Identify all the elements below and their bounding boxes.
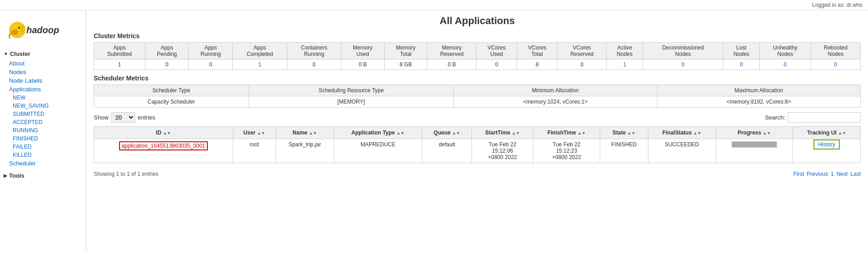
pagination-next[interactable]: Next [837, 171, 848, 177]
col-header-start-time[interactable]: StartTime ▲▼ [472, 127, 533, 139]
table-row: application_1645513863035_0001 root Spar… [94, 139, 861, 163]
app-id-cell[interactable]: application_1645513863035_0001 [94, 139, 233, 163]
metric-val-apps-completed[interactable]: 1 [233, 60, 287, 70]
sidebar-item-new-saving[interactable]: NEW_SAVING [0, 102, 86, 110]
metric-header-rebooted-nodes: RebootedNodes [811, 43, 860, 60]
app-queue-cell: default [422, 139, 472, 163]
metric-val-memory-total: 8 GB [384, 60, 427, 70]
metric-header-vcores-total: VCoresTotal [517, 43, 557, 60]
page-title: All Applications [94, 15, 861, 27]
metric-header-vcores-reserved: VCoresReserved [557, 43, 607, 60]
metric-val-decommissioned-nodes[interactable]: 0 [643, 60, 723, 70]
cluster-metrics-row: 1 0 0 1 0 0 B 8 GB 0 B 0 8 0 1 0 0 0 0 [94, 60, 861, 70]
sidebar-item-node-labels[interactable]: Node Labels [0, 76, 86, 85]
sidebar-item-failed[interactable]: FAILED [0, 143, 86, 151]
cluster-section-header[interactable]: ▼ Cluster [0, 49, 86, 59]
metric-val-active-nodes[interactable]: 1 [607, 60, 643, 70]
app-type-cell: MAPREDUCE [334, 139, 422, 163]
col-header-user[interactable]: User ▲▼ [233, 127, 276, 139]
history-button[interactable]: History [813, 139, 839, 149]
progress-bar-fill [732, 142, 777, 147]
col-header-final-status[interactable]: FinalStatus ▲▼ [648, 127, 716, 139]
col-header-app-type[interactable]: Application Type ▲▼ [334, 127, 422, 139]
sort-finish-icon: ▲▼ [577, 131, 586, 135]
metric-val-containers-running: 0 [287, 60, 341, 70]
metric-header-vcores-used: VCoresUsed [477, 43, 517, 60]
footer-bar: Showing 1 to 1 of 1 entries First Previo… [94, 168, 861, 180]
metric-val-lost-nodes[interactable]: 0 [723, 60, 759, 70]
metric-header-apps-pending: AppsPending [145, 43, 189, 60]
cluster-label: Cluster [10, 50, 30, 57]
metric-val-vcores-total: 8 [517, 60, 557, 70]
sidebar-item-running[interactable]: RUNNING [0, 126, 86, 134]
sidebar-item-applications[interactable]: Applications [0, 85, 86, 94]
metric-header-apps-submitted: AppsSubmitted [94, 43, 146, 60]
sidebar-item-scheduler[interactable]: Scheduler [0, 159, 86, 168]
logo-container: hadoop [0, 15, 86, 49]
sched-header-min-alloc: Minimum Allocation [454, 85, 657, 96]
progress-bar-container [732, 141, 777, 148]
metric-val-rebooted-nodes[interactable]: 0 [811, 60, 860, 70]
pagination-page-1[interactable]: 1 [831, 171, 834, 177]
app-start-time-cell: Tue Feb 2215:12:06+0800 2022 [472, 139, 533, 163]
pagination: First Previous 1 Next Last [793, 171, 861, 177]
sort-name-icon: ▲▼ [309, 131, 317, 135]
sidebar-item-new[interactable]: NEW [0, 94, 86, 102]
metric-header-unhealthy-nodes: UnhealthyNodes [760, 43, 811, 60]
sort-final-icon: ▲▼ [693, 131, 702, 135]
sidebar-item-about[interactable]: About [0, 59, 86, 68]
pagination-first[interactable]: First [793, 171, 804, 177]
col-header-state[interactable]: State ▲▼ [600, 127, 648, 139]
app-state-cell: FINISHED [600, 139, 648, 163]
sort-queue-icon: ▲▼ [452, 131, 460, 135]
metric-header-memory-reserved: MemoryReserved [427, 43, 477, 60]
col-header-progress[interactable]: Progress ▲▼ [716, 127, 793, 139]
app-progress-cell [716, 139, 793, 163]
app-finish-time-cell: Tue Feb 2215:12:23+0800 2022 [533, 139, 600, 163]
metric-header-lost-nodes: LostNodes [723, 43, 759, 60]
sched-header-max-alloc: Maximum Allocation [657, 85, 860, 96]
col-header-name[interactable]: Name ▲▼ [276, 127, 334, 139]
sort-start-icon: ▲▼ [512, 131, 520, 135]
sidebar: hadoop ▼ Cluster About Nodes Node Labels… [0, 10, 86, 252]
tools-label: Tools [9, 172, 25, 179]
sidebar-item-submitted[interactable]: SUBMITTED [0, 110, 86, 118]
metric-val-unhealthy-nodes[interactable]: 0 [760, 60, 811, 70]
pagination-previous[interactable]: Previous [807, 171, 828, 177]
metric-header-containers-running: ContainersRunning [287, 43, 341, 60]
sort-tracking-icon: ▲▼ [838, 131, 846, 135]
sidebar-item-finished[interactable]: FINISHED [0, 134, 86, 143]
cluster-section: ▼ Cluster About Nodes Node Labels Applic… [0, 49, 86, 168]
cluster-arrow-icon: ▼ [4, 51, 8, 56]
metric-header-memory-used: MemoryUsed [341, 43, 384, 60]
tools-section-header[interactable]: ▶ Tools [0, 170, 86, 181]
col-header-finish-time[interactable]: FinishTime ▲▼ [533, 127, 600, 139]
sidebar-item-killed[interactable]: KILLED [0, 151, 86, 159]
metric-val-memory-reserved: 0 B [427, 60, 477, 70]
metric-header-apps-running: AppsRunning [189, 43, 233, 60]
col-header-queue[interactable]: Queue ▲▼ [422, 127, 472, 139]
show-entries-left: Show 20 10 50 100 entries [94, 112, 156, 123]
top-bar: Logged in as: dr.who [0, 0, 868, 10]
tools-arrow-icon: ▶ [4, 173, 7, 178]
sort-id-icon: ▲▼ [163, 131, 171, 135]
entries-select[interactable]: 20 10 50 100 [111, 112, 135, 123]
app-tracking-ui-cell[interactable]: History [793, 139, 860, 163]
svg-point-3 [20, 25, 25, 33]
applications-table: ID ▲▼ User ▲▼ Name ▲▼ Application Type ▲… [94, 126, 861, 163]
col-header-id[interactable]: ID ▲▼ [94, 127, 233, 139]
sidebar-item-nodes[interactable]: Nodes [0, 68, 86, 76]
main-content: All Applications Cluster Metrics AppsSub… [86, 10, 868, 252]
pagination-last[interactable]: Last [850, 171, 861, 177]
search-input[interactable] [788, 112, 861, 123]
metric-val-apps-pending: 0 [145, 60, 189, 70]
sort-state-icon: ▲▼ [627, 131, 636, 135]
metric-header-active-nodes: ActiveNodes [607, 43, 643, 60]
show-label: Show [94, 114, 109, 121]
app-final-status-cell: SUCCEEDED [648, 139, 716, 163]
sidebar-item-accepted[interactable]: ACCEPTED [0, 118, 86, 126]
logged-in-text: Logged in as: dr.who [812, 2, 863, 8]
cluster-metrics-table: AppsSubmitted AppsPending AppsRunning Ap… [94, 42, 861, 70]
app-id-link[interactable]: application_1645513863035_0001 [119, 141, 207, 150]
col-header-tracking-ui[interactable]: Tracking UI ▲▼ [793, 127, 860, 139]
